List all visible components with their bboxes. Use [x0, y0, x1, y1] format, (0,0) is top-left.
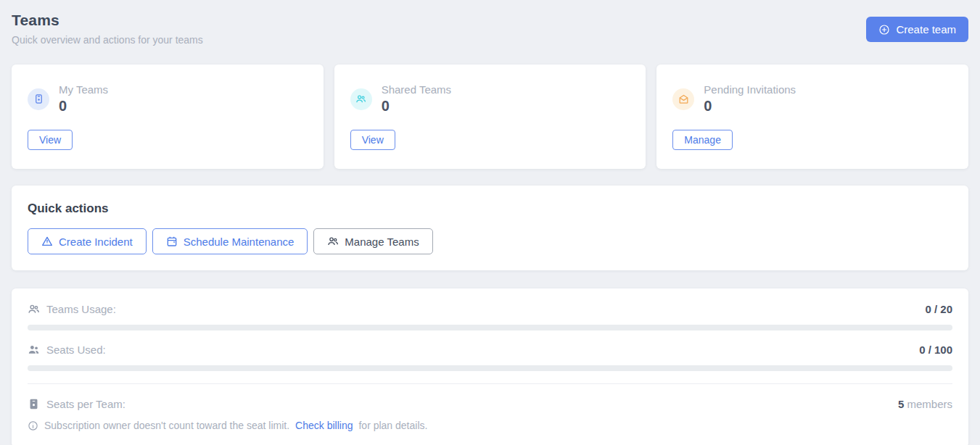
mail-open-icon — [672, 88, 694, 110]
stat-card-label: My Teams — [59, 83, 108, 96]
page-header: Teams Quick overview and actions for you… — [12, 12, 968, 46]
schedule-maintenance-label: Schedule Maintenance — [184, 236, 295, 248]
quick-actions-buttons: Create Incident Schedule Maintenance Man… — [28, 228, 952, 254]
stat-card-text: My Teams 0 — [59, 83, 108, 115]
view-my-teams-button[interactable]: View — [28, 130, 73, 150]
stat-card-value: 0 — [382, 98, 451, 115]
stat-card-shared-teams: Shared Teams 0 View — [334, 65, 646, 169]
stat-card-value: 0 — [59, 98, 108, 115]
seats-per-team-suffix: members — [907, 398, 952, 410]
seats-used-block: Seats Used: 0 / 100 — [28, 344, 952, 371]
seats-per-team-number: 5 — [898, 398, 904, 410]
team-outline-icon — [28, 303, 40, 315]
quick-actions-title: Quick actions — [28, 201, 952, 216]
note-text-before: Subscription owner doesn't count toward … — [44, 420, 289, 431]
stat-card-header: My Teams 0 — [28, 83, 308, 115]
manage-teams-button[interactable]: Manage Teams — [313, 228, 432, 254]
teams-usage-row: Teams Usage: 0 / 20 — [28, 303, 952, 315]
teams-usage-value: 0 / 20 — [925, 303, 952, 315]
team-filled-icon — [28, 344, 40, 356]
usage-panel: Teams Usage: 0 / 20 Seats Used: 0 / 100 … — [12, 288, 968, 445]
teams-usage-block: Teams Usage: 0 / 20 — [28, 303, 952, 330]
view-shared-teams-button[interactable]: View — [350, 130, 395, 150]
seats-per-team-label: Seats per Team: — [46, 398, 125, 410]
calendar-icon — [166, 236, 178, 247]
page-header-text: Teams Quick overview and actions for you… — [12, 12, 203, 46]
seats-used-label-group: Seats Used: — [28, 344, 106, 356]
seats-used-progressbar — [28, 365, 952, 371]
create-incident-label: Create Incident — [59, 236, 133, 248]
manage-teams-label: Manage Teams — [345, 236, 419, 248]
seats-per-team-row: Seats per Team: 5 members — [28, 398, 952, 410]
seat-limit-note: Subscription owner doesn't count toward … — [28, 420, 952, 431]
stat-card-header: Pending Invitations 0 — [672, 83, 952, 115]
plus-circle-icon — [878, 24, 890, 36]
schedule-maintenance-button[interactable]: Schedule Maintenance — [152, 228, 308, 254]
stat-cards-row: My Teams 0 View Shared Teams 0 View Pend… — [12, 65, 968, 169]
stat-card-label: Pending Invitations — [704, 83, 796, 96]
seats-used-label: Seats Used: — [46, 344, 106, 356]
teams-usage-label: Teams Usage: — [46, 303, 116, 315]
create-incident-button[interactable]: Create Incident — [28, 228, 147, 254]
quick-actions-panel: Quick actions Create Incident Schedule M… — [12, 186, 968, 270]
page-title: Teams — [12, 12, 203, 29]
teams-usage-label-group: Teams Usage: — [28, 303, 116, 315]
usage-divider — [28, 383, 952, 384]
seats-per-team-label-group: Seats per Team: — [28, 398, 125, 410]
stat-card-value: 0 — [704, 98, 796, 115]
note-text-after: for plan details. — [358, 420, 427, 431]
stat-card-text: Pending Invitations 0 — [704, 83, 796, 115]
stat-card-my-teams: My Teams 0 View — [12, 65, 324, 169]
stat-card-header: Shared Teams 0 — [350, 83, 630, 115]
stat-card-label: Shared Teams — [382, 83, 451, 96]
check-billing-link[interactable]: Check billing — [295, 420, 353, 431]
create-team-label: Create team — [896, 23, 956, 36]
seats-used-value: 0 / 100 — [919, 344, 952, 356]
badge-icon — [28, 398, 40, 410]
team-icon — [327, 236, 339, 247]
manage-invitations-button[interactable]: Manage — [672, 130, 733, 150]
stat-card-text: Shared Teams 0 — [382, 83, 451, 115]
warning-icon — [41, 236, 53, 247]
stat-card-pending-invitations: Pending Invitations 0 Manage — [656, 65, 968, 169]
badge-icon — [28, 88, 49, 110]
team-icon — [350, 88, 372, 110]
seats-used-row: Seats Used: 0 / 100 — [28, 344, 952, 356]
page-subtitle: Quick overview and actions for your team… — [12, 34, 203, 46]
teams-usage-progressbar — [28, 325, 952, 330]
create-team-button[interactable]: Create team — [866, 17, 968, 42]
seats-per-team-value: 5 members — [898, 398, 952, 410]
info-icon — [28, 420, 38, 431]
